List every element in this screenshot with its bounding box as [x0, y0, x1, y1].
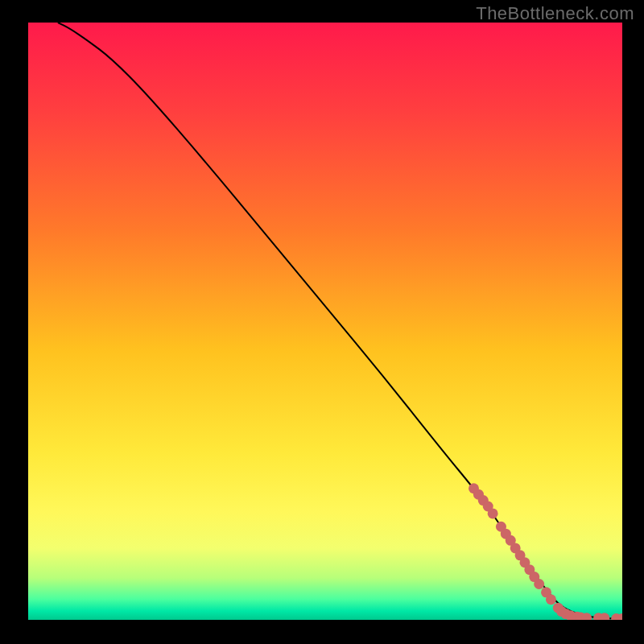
- watermark-text: TheBottleneck.com: [476, 3, 634, 24]
- marker-point: [488, 508, 498, 518]
- chart-frame: TheBottleneck.com: [0, 0, 644, 644]
- gradient-background: [28, 23, 622, 620]
- marker-point: [546, 594, 556, 605]
- chart-svg: [28, 23, 622, 620]
- marker-point: [534, 579, 544, 589]
- chart-plot-area: [28, 23, 622, 620]
